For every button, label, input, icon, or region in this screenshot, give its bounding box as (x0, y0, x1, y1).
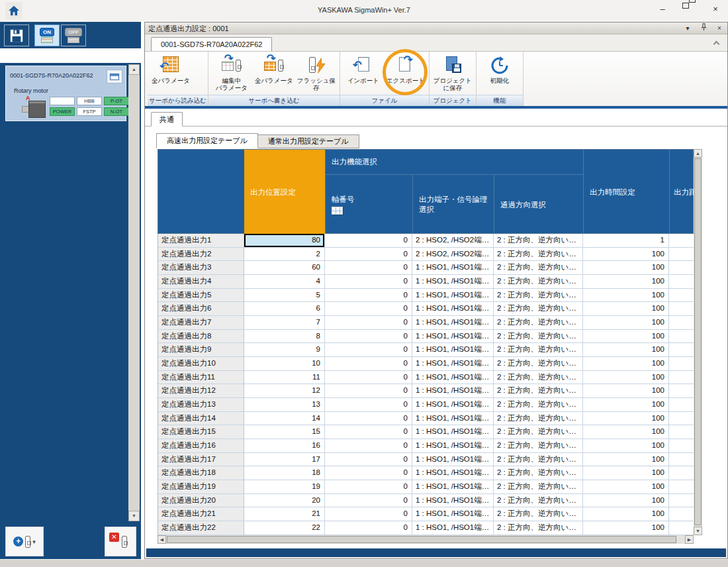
position-cell[interactable]: 19 (244, 480, 325, 494)
position-cell[interactable]: 20 (244, 494, 325, 508)
device-card[interactable]: 0001-SGD7S-R70A20A022F62 Rotary motor A … (5, 66, 126, 121)
position-cell[interactable]: 5 (244, 289, 325, 303)
tab-high-speed-output-table[interactable]: 高速出力用設定テーブル (156, 133, 258, 148)
position-cell[interactable]: 8 (244, 330, 325, 344)
direction-cell[interactable]: 2 : 正方向、逆方向い… (494, 330, 583, 344)
write-editing-parameters-button[interactable]: ↷ 編集中 パラメータ (210, 53, 253, 93)
device-detail-button[interactable] (107, 70, 122, 83)
distance-cell[interactable] (669, 453, 694, 467)
distance-cell[interactable] (669, 234, 694, 248)
ribbon-collapse-button[interactable] (711, 40, 721, 48)
distance-cell[interactable] (669, 507, 694, 521)
time-cell[interactable]: 100 (583, 302, 669, 316)
direction-cell[interactable]: 2 : 正方向、逆方向い… (494, 371, 583, 385)
axis-number-cell[interactable]: 0 (325, 412, 412, 426)
position-cell[interactable]: 12 (244, 384, 325, 398)
panel-close-button[interactable]: × (714, 23, 725, 33)
time-cell[interactable]: 100 (583, 316, 669, 330)
position-cell[interactable]: 80 (244, 234, 325, 248)
time-cell[interactable]: 100 (583, 275, 669, 289)
time-cell[interactable]: 100 (583, 384, 669, 398)
distance-cell[interactable] (669, 439, 694, 453)
distance-cell[interactable] (669, 480, 694, 494)
time-cell[interactable]: 100 (583, 507, 669, 521)
terminal-cell[interactable]: 1 : HSO1, /HSO1端… (412, 521, 494, 535)
row-label-cell[interactable]: 定点通過出力4 (158, 275, 244, 289)
row-label-cell[interactable]: 定点通過出力12 (158, 384, 244, 398)
table-vertical-scrollbar[interactable]: ▲ ▼ (694, 149, 702, 535)
direction-cell[interactable]: 2 : 正方向、逆方向い… (494, 234, 583, 248)
axis-table-icon[interactable] (332, 207, 343, 215)
axis-number-cell[interactable]: 0 (325, 507, 412, 521)
read-all-parameters-button[interactable]: ↶ 全パラメータ (150, 53, 192, 93)
time-cell[interactable]: 100 (583, 494, 669, 508)
tab-normal-output-table[interactable]: 通常出力用設定テーブル (257, 134, 359, 148)
position-cell[interactable]: 11 (244, 371, 325, 385)
time-cell[interactable]: 100 (583, 289, 669, 303)
terminal-cell[interactable]: 2 : HSO2, /HSO2端… (412, 248, 494, 262)
header-axis-number[interactable]: 軸番号 (325, 175, 412, 234)
vertical-scroll-thumb[interactable] (694, 158, 702, 525)
row-label-cell[interactable]: 定点通過出力17 (158, 453, 244, 467)
direction-cell[interactable]: 2 : 正方向、逆方向い… (494, 398, 583, 412)
restore-button[interactable] (680, 3, 698, 16)
scroll-up-arrow[interactable]: ▲ (694, 149, 702, 158)
time-cell[interactable]: 100 (583, 521, 669, 535)
row-label-cell[interactable]: 定点通過出力3 (158, 261, 244, 275)
distance-cell[interactable] (669, 494, 694, 508)
terminal-cell[interactable]: 1 : HSO1, /HSO1端… (412, 398, 494, 412)
terminal-cell[interactable]: 1 : HSO1, /HSO1端… (412, 494, 494, 508)
terminal-cell[interactable]: 1 : HSO1, /HSO1端… (412, 289, 494, 303)
distance-cell[interactable] (669, 384, 694, 398)
row-label-cell[interactable]: 定点通過出力1 (158, 234, 244, 248)
axis-number-cell[interactable]: 0 (325, 261, 412, 275)
position-cell[interactable]: 7 (244, 316, 325, 330)
scroll-right-arrow[interactable]: ▶ (685, 535, 694, 544)
row-label-cell[interactable]: 定点通過出力21 (158, 507, 244, 521)
distance-cell[interactable] (669, 316, 694, 330)
scroll-left-arrow[interactable]: ◀ (158, 535, 166, 544)
axis-number-cell[interactable]: 0 (325, 466, 412, 480)
sidebar-scrollbar[interactable]: ▲ ▼ (128, 64, 140, 521)
terminal-cell[interactable]: 1 : HSO1, /HSO1端… (412, 384, 494, 398)
export-button[interactable]: ↷ エクスポート (385, 53, 427, 93)
time-cell[interactable]: 100 (583, 480, 669, 494)
direction-cell[interactable]: 2 : 正方向、逆方向い… (494, 248, 583, 262)
axis-number-cell[interactable]: 0 (325, 357, 412, 371)
time-cell[interactable]: 100 (583, 439, 669, 453)
direction-cell[interactable]: 2 : 正方向、逆方向い… (494, 494, 583, 508)
row-label-cell[interactable]: 定点通過出力19 (158, 480, 244, 494)
row-label-cell[interactable]: 定点通過出力10 (158, 357, 244, 371)
add-axis-button[interactable]: + ▾ (5, 527, 44, 556)
time-cell[interactable]: 100 (583, 398, 669, 412)
servo-on-button[interactable]: ON (34, 25, 60, 46)
header-output-distance[interactable]: 出力距離 (669, 150, 694, 234)
time-cell[interactable]: 100 (583, 343, 669, 357)
terminal-cell[interactable]: 1 : HSO1, /HSO1端… (412, 357, 494, 371)
scroll-down-arrow[interactable]: ▼ (694, 527, 702, 535)
axis-number-cell[interactable]: 0 (325, 521, 412, 535)
terminal-cell[interactable]: 1 : HSO1, /HSO1端… (412, 371, 494, 385)
axis-number-cell[interactable]: 0 (325, 480, 412, 494)
terminal-cell[interactable]: 1 : HSO1, /HSO1端… (412, 343, 494, 357)
row-label-cell[interactable]: 定点通過出力11 (158, 371, 244, 385)
tab-common[interactable]: 共通 (151, 112, 183, 127)
distance-cell[interactable] (669, 343, 694, 357)
scroll-up-arrow[interactable]: ▲ (128, 64, 140, 75)
position-cell[interactable]: 14 (244, 412, 325, 426)
device-document-tab[interactable]: 0001-SGD7S-R70A20A022F62 (151, 37, 272, 52)
distance-cell[interactable] (669, 371, 694, 385)
terminal-cell[interactable]: 1 : HSO1, /HSO1端… (412, 453, 494, 467)
position-cell[interactable]: 10 (244, 357, 325, 371)
time-cell[interactable]: 100 (583, 412, 669, 426)
distance-cell[interactable] (669, 521, 694, 535)
flash-save-button[interactable]: フラッシュ保存 (295, 53, 338, 93)
servo-off-button[interactable]: OFF (61, 25, 86, 46)
axis-number-cell[interactable]: 0 (325, 330, 412, 344)
row-label-cell[interactable]: 定点通過出力9 (158, 343, 244, 357)
table-horizontal-scrollbar[interactable]: ◀ ▶ (158, 535, 694, 544)
time-cell[interactable]: 100 (583, 261, 669, 275)
save-button[interactable] (4, 25, 29, 46)
time-cell[interactable]: 1 (583, 234, 669, 248)
distance-cell[interactable] (669, 261, 694, 275)
